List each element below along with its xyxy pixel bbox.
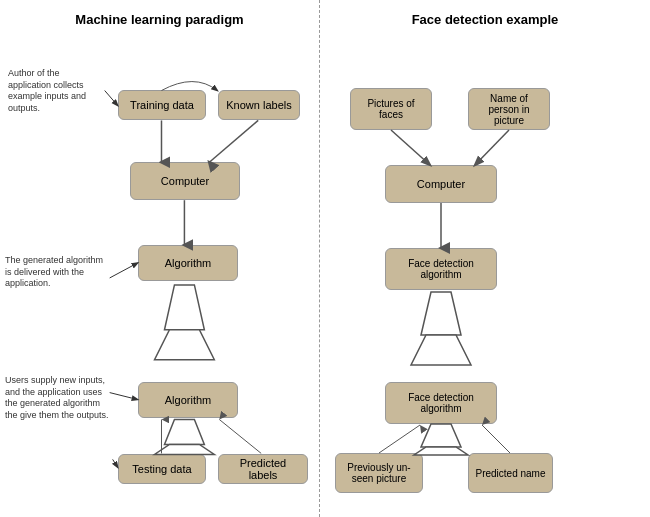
annotation-2: The generated algorithm is delivered wit… (5, 255, 110, 290)
algorithm1-box: Algorithm (138, 245, 238, 281)
predicted-labels-box: Predicted labels (218, 454, 308, 484)
svg-line-10 (113, 459, 118, 467)
right-panel: Face detection example Pictures of faces… (320, 0, 650, 517)
svg-marker-6 (155, 330, 215, 360)
pictures-faces-box: Pictures of faces (350, 88, 432, 130)
svg-line-18 (379, 425, 420, 453)
svg-marker-9 (155, 444, 215, 454)
predicted-name-box: Predicted name (468, 453, 553, 493)
left-title: Machine learning paradigm (0, 0, 319, 27)
svg-line-19 (482, 425, 510, 453)
left-panel: Machine learning paradigm Author of the … (0, 0, 320, 517)
annotation-1: Author of the application collects examp… (8, 68, 103, 115)
diagram-container: Machine learning paradigm Author of the … (0, 0, 650, 517)
svg-marker-17 (411, 335, 471, 365)
annotation-3: Users supply new inputs, and the applica… (5, 375, 110, 422)
svg-line-7 (110, 393, 138, 400)
svg-line-12 (219, 419, 261, 453)
svg-line-4 (110, 263, 138, 278)
svg-line-14 (475, 130, 509, 165)
svg-marker-16 (421, 292, 461, 335)
right-title: Face detection example (320, 0, 650, 27)
svg-line-13 (391, 130, 430, 165)
testing-data-box: Testing data (118, 454, 206, 484)
prev-unseen-box: Previously un-seen picture (335, 453, 423, 493)
known-labels-box: Known labels (218, 90, 300, 120)
svg-marker-21 (414, 447, 468, 455)
algorithm2-box: Algorithm (138, 382, 238, 418)
face-algo2-box: Face detection algorithm (385, 382, 497, 424)
svg-marker-8 (164, 419, 204, 444)
svg-marker-5 (164, 285, 204, 330)
computer1-box: Computer (130, 162, 240, 200)
computer2-box: Computer (385, 165, 497, 203)
svg-marker-20 (421, 424, 461, 447)
svg-line-0 (105, 91, 118, 106)
svg-line-2 (209, 120, 258, 162)
name-person-box: Name of person in picture (468, 88, 550, 130)
training-data-box: Training data (118, 90, 206, 120)
face-algo1-box: Face detection algorithm (385, 248, 497, 290)
